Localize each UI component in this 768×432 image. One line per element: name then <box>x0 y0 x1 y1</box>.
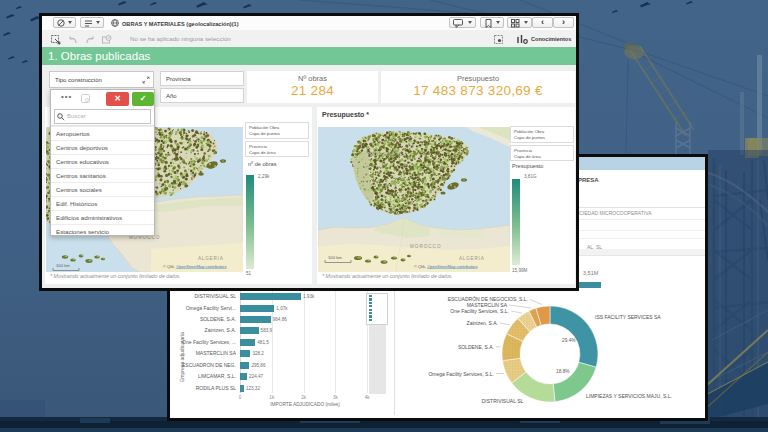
svg-text:MASTERCLIN SA: MASTERCLIN SA <box>467 302 508 308</box>
svg-text:One Facility Services, S.L.: One Facility Services, S.L. <box>450 308 509 314</box>
svg-text:PORTUGAL: PORTUGAL <box>370 152 403 157</box>
svg-text:18.8%: 18.8% <box>556 369 570 374</box>
svg-text:DISTRIVISUAL SL: DISTRIVISUAL SL <box>482 398 524 404</box>
svg-text:100 km: 100 km <box>328 255 342 260</box>
svg-text:LIMPIEZAS Y SERVICIOS MAJU, S.: LIMPIEZAS Y SERVICIOS MAJU, S.L. <box>586 393 672 399</box>
svg-text:Zaintzen, S.A.: Zaintzen, S.A. <box>467 320 498 326</box>
svg-text:100 km: 100 km <box>56 263 70 268</box>
svg-text:SOLDENE, S.A.: SOLDENE, S.A. <box>458 344 494 350</box>
svg-text:ALGERIA: ALGERIA <box>198 256 224 261</box>
svg-text:© Qlik, OpenStreetMap contribu: © Qlik, OpenStreetMap contributors <box>163 264 226 269</box>
svg-text:ISS FACILITY SERVICES SA: ISS FACILITY SERVICES SA <box>595 314 661 320</box>
svg-text:29.4%: 29.4% <box>562 338 576 343</box>
svg-text:ALGERIA: ALGERIA <box>459 256 485 261</box>
svg-text:© Qlik, OpenStreetMap contribu: © Qlik, OpenStreetMap contributors <box>414 264 477 269</box>
svg-text:MOROCCO: MOROCCO <box>410 244 442 249</box>
svg-text:Omega Facility Services, S.L.: Omega Facility Services, S.L. <box>428 371 494 377</box>
